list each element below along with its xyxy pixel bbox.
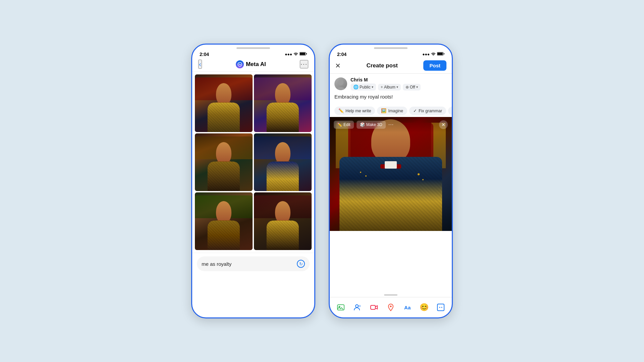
activity-button[interactable]: ⊕ Off ▾	[403, 84, 421, 90]
album-label: Album	[384, 85, 395, 89]
status-time-left: 2:04	[200, 52, 209, 57]
status-bar-right: 2:04 ●●●	[330, 50, 452, 58]
phone-left: 2:04 ●●● ‹ Meta AI ···	[191, 44, 315, 318]
signal-icon-right: ●●●	[422, 52, 430, 57]
svg-rect-6	[444, 53, 444, 55]
svg-rect-14	[437, 304, 444, 311]
location-button[interactable]	[385, 301, 397, 313]
chat-input-wrap: me as royalty ↻	[197, 256, 310, 271]
meta-ai-menu-button[interactable]: ···	[300, 60, 308, 68]
user-avatar	[334, 77, 347, 90]
create-post-title: Create post	[366, 62, 398, 69]
activity-label: Off	[410, 85, 415, 89]
fix-grammar-chip[interactable]: ✓ Fix grammar	[409, 107, 446, 115]
svg-rect-12	[371, 305, 375, 309]
fix-grammar-label: Fix grammar	[419, 109, 442, 113]
make3d-label: Make 3D	[366, 122, 382, 127]
globe-icon: 🌐	[353, 84, 359, 89]
more-options-button[interactable]	[435, 301, 447, 313]
user-row: Chris M 🌐 Public ▾ + Album ▾ ⊕ Off ▾	[330, 74, 452, 93]
cube-icon: 🎲	[360, 122, 365, 127]
grid-image-2[interactable]	[254, 74, 312, 132]
text-button[interactable]: Aa	[401, 301, 414, 313]
grid-image-4[interactable]	[254, 133, 312, 191]
spacer	[330, 231, 452, 292]
svg-point-15	[439, 307, 440, 308]
write-icon: ✏️	[338, 108, 344, 113]
svg-point-16	[441, 307, 442, 308]
edit-label: Edit	[343, 122, 351, 127]
image-menu-button[interactable]: ···	[388, 122, 394, 128]
album-button[interactable]: + Album ▾	[378, 84, 401, 90]
grid-image-5[interactable]	[195, 192, 253, 250]
refresh-button[interactable]: ↻	[297, 260, 305, 268]
signal-icon: ●●●	[285, 52, 292, 57]
grid-image-1[interactable]	[195, 74, 253, 132]
large-royal-portrait	[330, 117, 452, 231]
album-chevron-icon: ▾	[396, 85, 398, 89]
activity-chevron-icon: ▾	[416, 85, 418, 89]
svg-point-7	[338, 79, 343, 85]
user-name: Chris M	[351, 77, 421, 82]
ai-toolbar: ✏️ Help me write 🖼️ Imagine ✓ Fix gramma…	[330, 105, 452, 117]
imagine-chip[interactable]: 🖼️ Imagine	[377, 107, 407, 115]
svg-point-13	[390, 306, 391, 307]
phone-right: 2:04 ●●● ✕ Create post Post Chris M	[329, 44, 453, 318]
video-button[interactable]	[368, 301, 380, 313]
pill-indicator	[236, 47, 270, 49]
imagine-label: Imagine	[388, 109, 403, 113]
tag-people-button[interactable]	[352, 301, 364, 313]
battery-icon	[300, 52, 307, 57]
image-preview-area: ✏️ Edit 🎲 Make 3D ··· ✕	[330, 117, 452, 231]
preview-image: ✏️ Edit 🎲 Make 3D ··· ✕	[330, 117, 452, 231]
grid-image-6[interactable]	[254, 192, 312, 250]
status-bar-left: 2:04 ●●●	[192, 50, 314, 58]
wifi-icon-right	[431, 52, 436, 57]
bottom-toolbar: Aa 😊	[330, 297, 452, 317]
user-meta-row: 🌐 Public ▾ + Album ▾ ⊕ Off ▾	[351, 83, 421, 90]
chat-input-bar: me as royalty ↻	[192, 253, 314, 275]
emoji-button[interactable]: 😊	[418, 301, 430, 313]
back-button[interactable]: ‹	[198, 60, 202, 69]
chevron-down-icon: ▾	[372, 85, 373, 89]
battery-icon-right	[437, 52, 444, 57]
help-me-write-label: Help me write	[345, 109, 371, 113]
meta-logo	[236, 60, 244, 68]
svg-point-10	[356, 305, 358, 307]
activity-icon: ⊕	[406, 85, 409, 89]
status-time-right: 2:04	[337, 52, 346, 57]
imagine-icon: 🖼️	[381, 108, 386, 113]
edit-icon: ✏️	[337, 122, 342, 127]
meta-ai-title-group: Meta AI	[236, 60, 266, 68]
close-button[interactable]: ✕	[335, 62, 341, 70]
drag-indicator	[384, 294, 397, 296]
svg-rect-2	[306, 53, 307, 55]
post-text-area[interactable]: Embracing my royal roots!	[330, 93, 452, 105]
edit-button[interactable]: ✏️ Edit	[334, 121, 354, 129]
image-grid	[192, 72, 314, 253]
svg-rect-1	[300, 53, 305, 55]
user-info: Chris M 🌐 Public ▾ + Album ▾ ⊕ Off ▾	[351, 77, 421, 90]
preview-overlay: ✏️ Edit 🎲 Make 3D ··· ✕	[330, 117, 452, 132]
chat-input-text[interactable]: me as royalty	[202, 261, 294, 267]
svg-rect-5	[437, 53, 443, 55]
post-text-content: Embracing my royal roots!	[334, 94, 393, 100]
grid-image-3[interactable]	[195, 133, 253, 191]
status-icons-left: ●●●	[285, 52, 307, 57]
status-icons-right: ●●●	[422, 52, 444, 57]
create-post-header: ✕ Create post Post	[330, 58, 452, 74]
album-icon: +	[381, 85, 383, 89]
image-close-button[interactable]: ✕	[439, 120, 448, 129]
visibility-label: Public	[360, 85, 371, 89]
pill-indicator-right	[374, 47, 408, 49]
photo-button[interactable]	[335, 301, 347, 313]
help-me-write-chip[interactable]: ✏️ Help me write	[334, 107, 375, 115]
meta-ai-header: ‹ Meta AI ···	[192, 58, 314, 72]
grammar-icon: ✓	[413, 108, 417, 113]
improve-chip[interactable]: ★	[448, 107, 452, 115]
post-button[interactable]: Post	[423, 60, 446, 71]
visibility-button[interactable]: 🌐 Public ▾	[351, 83, 376, 90]
meta-ai-title-text: Meta AI	[246, 61, 266, 68]
wifi-icon	[293, 52, 298, 57]
make3d-button[interactable]: 🎲 Make 3D	[357, 121, 386, 129]
